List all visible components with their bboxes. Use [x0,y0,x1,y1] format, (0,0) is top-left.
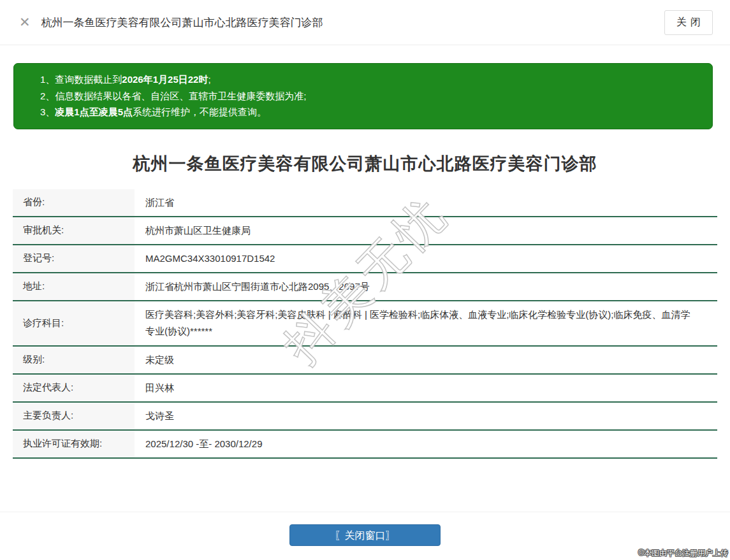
close-icon[interactable]: ✕ [19,16,31,29]
footer-divider [0,512,730,512]
table-row-medical-subjects: 诊疗科目: 医疗美容科;美容外科;美容牙科;美容皮肤科 | 麻醉科 | 医学检验… [13,301,717,347]
page-title: 杭州一条鱼医疗美容有限公司萧山市心北路医疗美容门诊部 [41,15,323,30]
notice-text-bold: 凌晨1点至凌晨5点 [55,106,133,117]
table-row-license-validity: 执业许可证有效期: 2025/12/30 -至- 2030/12/29 [13,431,717,459]
notice-item-3: 3、凌晨1点至凌晨5点系统进行维护，不能提供查询。 [14,104,701,120]
row-label: 法定代表人: [13,375,136,401]
notice-num: 3、 [40,106,55,117]
copyright-note: ©本图由平台注册用户上传 [638,548,728,559]
header-bar: ✕ 杭州一条鱼医疗美容有限公司萧山市心北路医疗美容门诊部 关闭 [0,0,730,45]
notice-num: 1、 [40,74,55,85]
table-row-address: 地址: 浙江省杭州市萧山区宁围街道市心北路2095、2097号 [13,273,717,301]
table-row-approval-authority: 审批机关: 杭州市萧山区卫生健康局 [13,217,717,245]
row-label: 诊疗科目: [13,301,136,345]
close-window-button[interactable]: 〖关闭窗口〗 [289,524,441,546]
row-label: 级别: [13,347,136,373]
row-label: 审批机关: [13,217,136,244]
row-value: 戈诗圣 [136,403,717,429]
table-row-principal: 主要负责人: 戈诗圣 [13,403,717,431]
row-value: 田兴林 [136,375,717,401]
institution-title: 杭州一条鱼医疗美容有限公司萧山市心北路医疗美容门诊部 [0,152,730,175]
row-value: 未定级 [136,347,717,373]
notice-text: ; [208,74,210,85]
row-label: 地址: [13,273,136,300]
table-row-level: 级别: 未定级 [13,347,717,375]
table-row-legal-representative: 法定代表人: 田兴林 [13,375,717,403]
row-label: 主要负责人: [13,403,136,429]
notice-text-bold: 2026年1月25日22时 [122,74,208,85]
notice-item-2: 2、信息数据结果以各省、自治区、直辖市卫生健康委数据为准; [14,88,701,104]
notice-item-1: 1、查询数据截止到2026年1月25日22时; [14,71,701,88]
notice-text: 查询数据截止到 [55,74,122,85]
notice-box: 1、查询数据截止到2026年1月25日22时; 2、信息数据结果以各省、自治区、… [13,63,713,129]
info-table: 省份: 浙江省 审批机关: 杭州市萧山区卫生健康局 登记号: MA2GMC34X… [13,189,717,459]
close-button[interactable]: 关闭 [664,10,713,35]
row-label: 省份: [13,189,136,216]
notice-num: 2、 [40,90,55,101]
row-label: 登记号: [13,245,136,272]
row-value: 杭州市萧山区卫生健康局 [136,217,717,244]
row-label: 执业许可证有效期: [13,431,136,457]
row-value: 浙江省 [136,189,717,216]
notice-text: 信息数据结果以各省、自治区、直辖市卫生健康委数据为准; [55,90,306,101]
row-value: 医疗美容科;美容外科;美容牙科;美容皮肤科 | 麻醉科 | 医学检验科;临床体液… [136,301,717,345]
row-value: 2025/12/30 -至- 2030/12/29 [136,431,717,457]
row-value: 浙江省杭州市萧山区宁围街道市心北路2095、2097号 [136,273,717,300]
table-row-registration-number: 登记号: MA2GMC34X33010917D1542 [13,245,717,273]
table-row-province: 省份: 浙江省 [13,189,717,217]
notice-text: 系统进行维护，不能提供查询。 [133,106,266,117]
row-value: MA2GMC34X33010917D1542 [136,245,717,272]
